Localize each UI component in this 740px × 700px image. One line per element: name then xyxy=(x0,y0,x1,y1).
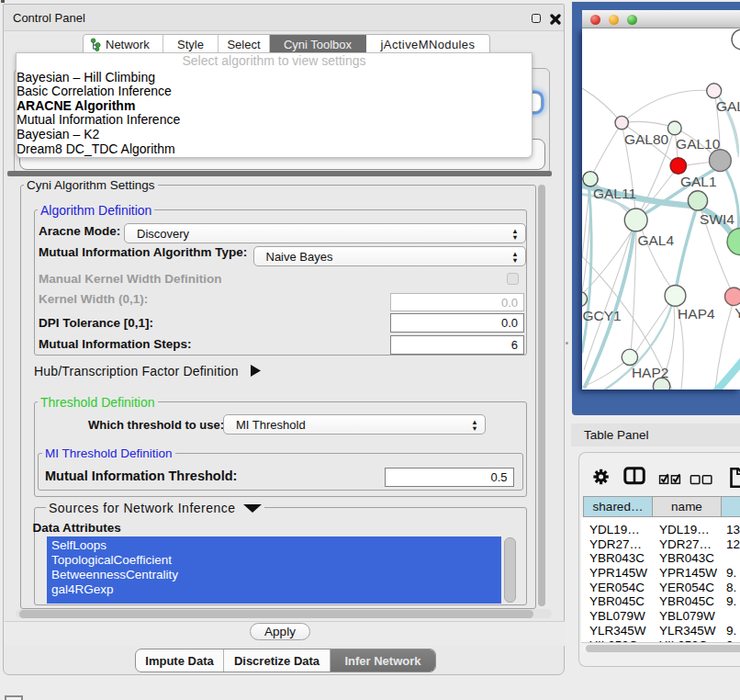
svg-text:GAL4: GAL4 xyxy=(637,232,674,248)
svg-text:GCY1: GCY1 xyxy=(583,308,622,323)
svg-text:GAL10: GAL10 xyxy=(676,136,721,152)
svg-text:GAL11: GAL11 xyxy=(593,186,636,201)
svg-text:HAP2: HAP2 xyxy=(632,365,669,380)
svg-text:GAL1: GAL1 xyxy=(680,174,717,189)
svg-text:GAL80: GAL80 xyxy=(624,131,669,147)
svg-text:HAP4: HAP4 xyxy=(678,306,715,322)
svg-text:SWI4: SWI4 xyxy=(700,211,734,227)
svg-text:GAL7: GAL7 xyxy=(716,98,740,114)
svg-text:Y: Y xyxy=(734,305,740,321)
